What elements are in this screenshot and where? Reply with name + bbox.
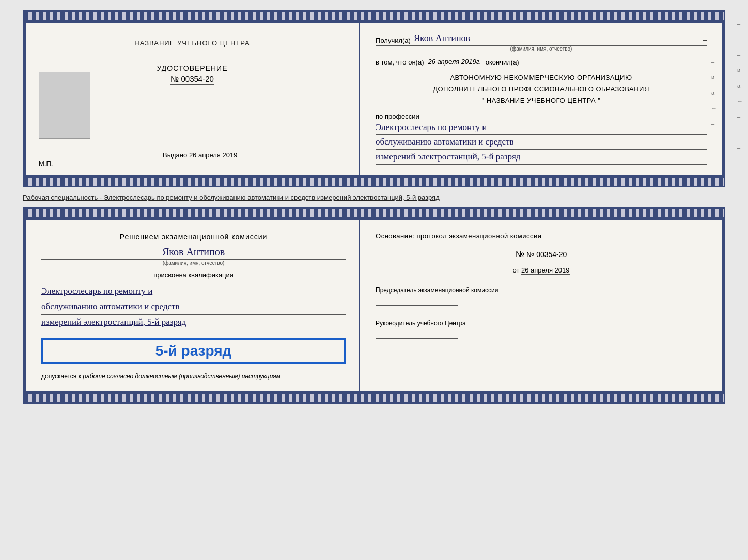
bottom-top-binding — [24, 209, 724, 218]
bottom-booklet-left: Решением экзаменационной комиссии Яков А… — [26, 220, 360, 391]
top-booklet-wrapper: НАЗВАНИЕ УЧЕБНОГО ЦЕНТРА УДОСТОВЕРЕНИЕ №… — [23, 10, 725, 187]
org-line3: " НАЗВАНИЕ УЧЕБНОГО ЦЕНТРА " — [376, 95, 707, 106]
prisvoena-text: присвоена квалификация — [41, 271, 346, 279]
vydano-date: 26 апреля 2019 — [189, 151, 238, 159]
top-booklet-right: Получил(а) Яков Антипов – (фамилия, имя,… — [360, 23, 722, 175]
name-section: Яков Антипов (фамилия, имя, отчество) — [41, 246, 346, 266]
decision-text: Решением экзаменационной комиссии — [41, 233, 346, 241]
handwritten-name: Яков Антипов — [41, 246, 346, 260]
top-bottom-binding — [24, 177, 724, 186]
mp-label: М.П. — [39, 159, 53, 167]
po-professii: по профессии Электрослесарь по ремонту и… — [376, 113, 707, 165]
okonchil-label: окончил(а) — [486, 58, 519, 66]
protocol-number: № № 00354-20 — [376, 250, 707, 259]
protocol-number-value: № 00354-20 — [526, 250, 567, 259]
qualification-text: Электрослесарь по ремонту и обслуживанию… — [41, 284, 346, 330]
vtom-prefix: в том, что он(а) — [376, 58, 424, 66]
chairman-signature-line — [376, 305, 458, 306]
razryad-badge: 5-й разряд — [41, 338, 346, 364]
qual-line2: обслуживанию автоматики и средств — [41, 299, 346, 315]
top-booklet: НАЗВАНИЕ УЧЕБНОГО ЦЕНТРА УДОСТОВЕРЕНИЕ №… — [24, 21, 724, 177]
completed-date: 26 апреля 2019г. — [428, 58, 481, 66]
bottom-booklet-right: Основание: протокол экзаменационной коми… — [360, 220, 722, 391]
recipient-section: Получил(а) Яков Антипов – (фамилия, имя,… — [376, 33, 707, 52]
recipient-name: Яков Антипов — [414, 33, 700, 44]
photo-placeholder — [39, 72, 90, 139]
qual-line1: Электрослесарь по ремонту и — [41, 284, 346, 299]
profession-label: по профессии — [376, 113, 707, 120]
center-title: НАЗВАНИЕ УЧЕБНОГО ЦЕНТРА — [134, 38, 250, 49]
document-container: НАЗВАНИЕ УЧЕБНОГО ЦЕНТРА УДОСТОВЕРЕНИЕ №… — [23, 10, 725, 404]
fio-sub: (фамилия, имя, отчество) — [41, 260, 346, 266]
fio-label-top: (фамилия, имя, отчество) — [376, 45, 707, 52]
org-line1: АВТОНОМНУЮ НЕКОММЕРЧЕСКУЮ ОРГАНИЗАЦИЮ — [376, 72, 707, 84]
director-signature-line — [376, 338, 458, 339]
qual-line3: измерений электростанций, 5-й разряд — [41, 315, 346, 330]
org-block: АВТОНОМНУЮ НЕКОММЕРЧЕСКУЮ ОРГАНИЗАЦИЮ ДО… — [376, 72, 707, 106]
top-booklet-left: НАЗВАНИЕ УЧЕБНОГО ЦЕНТРА УДОСТОВЕРЕНИЕ №… — [26, 23, 360, 175]
director-title: Руководитель учебного Центра — [376, 318, 707, 328]
ot-line: от 26 апреля 2019 — [376, 266, 707, 274]
bottom-booklet-wrapper: Решением экзаменационной комиссии Яков А… — [23, 207, 725, 404]
dopusk-prefix: допускается к — [41, 373, 81, 380]
vtom-line: в том, что он(а) 26 апреля 2019г. окончи… — [376, 58, 707, 66]
profession-name: Электрослесарь по ремонту и обслуживанию… — [376, 120, 707, 165]
number-prefix: № — [516, 250, 527, 259]
chairman-block: Председатель экзаменационной комиссии — [376, 285, 707, 307]
dopusk-italic: работе согласно должностным (производств… — [83, 373, 280, 380]
udostoverenie-number: № 00354-20 — [170, 74, 214, 85]
top-binding — [24, 12, 724, 21]
chairman-title: Председатель экзаменационной комиссии — [376, 285, 707, 295]
osnovaniye-text: Основание: протокол экзаменационной коми… — [376, 230, 707, 242]
prof-line2: обслуживанию автоматики и средств — [376, 135, 707, 149]
ot-date: 26 апреля 2019 — [521, 266, 570, 275]
bottom-booklet: Решением экзаменационной комиссии Яков А… — [24, 218, 724, 393]
bottom-bottom-binding — [24, 393, 724, 402]
prof-line1: Электрослесарь по ремонту и — [376, 120, 707, 135]
dopuskaetsya-block: допускается к работе согласно должностны… — [41, 372, 346, 381]
udostoverenie-block: УДОСТОВЕРЕНИЕ № 00354-20 — [157, 64, 228, 85]
udostoverenie-title: УДОСТОВЕРЕНИЕ — [157, 64, 228, 72]
poluchil-label: Получил(а) — [376, 37, 411, 44]
org-line2: ДОПОЛНИТЕЛЬНОГО ПРОФЕССИОНАЛЬНОГО ОБРАЗО… — [376, 84, 707, 95]
dash: – — [703, 36, 707, 44]
side-marks-top: – – и а ← – — [711, 43, 717, 127]
ot-prefix: от — [512, 266, 519, 274]
director-block: Руководитель учебного Центра — [376, 318, 707, 340]
prof-line3: измерений электростанций, 5-й разряд — [376, 150, 707, 164]
vydano-label: Выдано 26 апреля 2019 — [163, 151, 237, 159]
middle-description: Рабочая специальность - Электрослесарь п… — [23, 193, 725, 203]
